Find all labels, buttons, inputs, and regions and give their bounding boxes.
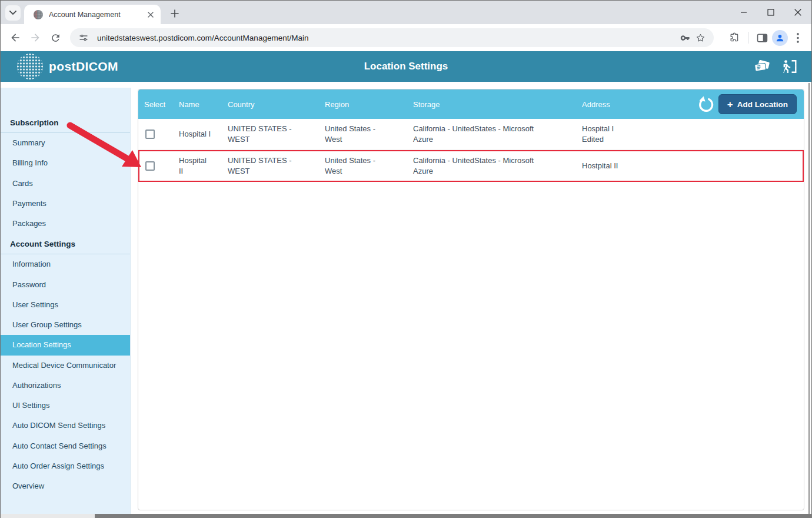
extensions-button[interactable] bbox=[724, 28, 744, 48]
refresh-button[interactable] bbox=[697, 96, 714, 113]
page-title: Location Settings bbox=[1, 61, 811, 72]
horizontal-scrollbar-thumb[interactable] bbox=[95, 514, 812, 518]
sidebar-item-auto-dicom-send-settings[interactable]: Auto DICOM Send Settings bbox=[1, 416, 130, 436]
horizontal-scrollbar[interactable] bbox=[1, 514, 812, 518]
exit-run-icon bbox=[781, 59, 797, 74]
cell-country: UNITED STATES - WEST bbox=[228, 119, 325, 149]
plus-icon bbox=[171, 9, 179, 18]
cell-name: Hospital II bbox=[179, 151, 228, 181]
column-header-country: Country bbox=[228, 100, 325, 109]
maximize-button[interactable] bbox=[757, 1, 784, 24]
password-key-icon[interactable] bbox=[677, 30, 693, 45]
sidebar-item-summary[interactable]: Summary bbox=[1, 133, 130, 153]
new-tab-button[interactable] bbox=[167, 6, 182, 21]
reload-icon bbox=[50, 32, 61, 44]
column-header-name: Name bbox=[179, 100, 228, 109]
sidebar-item-password[interactable]: Password bbox=[1, 275, 130, 295]
bookmark-star-icon[interactable] bbox=[693, 30, 708, 45]
sidebar-section-subscription: Subscription bbox=[1, 112, 130, 133]
table-header-row: Select Name Country Region Storage Addre… bbox=[138, 89, 804, 119]
tab-search-button[interactable] bbox=[5, 5, 21, 21]
puzzle-icon bbox=[729, 32, 740, 43]
forward-button[interactable] bbox=[25, 28, 45, 48]
app-header: Location Settings postDICOM bbox=[1, 51, 811, 82]
forward-arrow-icon bbox=[29, 32, 41, 44]
sidebar-item-information[interactable]: Information bbox=[1, 254, 130, 274]
cell-storage: California - UnitedStates - Microsoft Az… bbox=[413, 151, 582, 181]
vertical-scrollbar[interactable] bbox=[808, 83, 810, 514]
add-location-label: Add Location bbox=[737, 100, 788, 109]
table-row-hospital-2[interactable]: Hospital II UNITED STATES - WEST United … bbox=[138, 150, 804, 182]
close-window-button[interactable] bbox=[784, 1, 811, 24]
cell-storage: California - UnitedStates - Microsoft Az… bbox=[413, 119, 582, 149]
sidebar-item-payments[interactable]: Payments bbox=[1, 194, 130, 214]
side-panel-icon bbox=[757, 33, 768, 43]
sidebar-item-auto-order-assign-settings[interactable]: Auto Order Assign Settings bbox=[1, 456, 130, 476]
tab-title: Account Management bbox=[49, 11, 145, 19]
toolbar-divider bbox=[748, 32, 748, 44]
sidebar-item-billing-info[interactable]: Billing Info bbox=[1, 153, 130, 173]
browser-menu-button[interactable] bbox=[788, 28, 808, 48]
sidebar-item-packages[interactable]: Packages bbox=[1, 214, 130, 234]
location-table-panel: Select Name Country Region Storage Addre… bbox=[138, 89, 804, 510]
toolbar-right-icons bbox=[720, 28, 808, 48]
row-checkbox[interactable] bbox=[145, 161, 155, 171]
sidebar-section-account-settings: Account Settings bbox=[1, 234, 130, 254]
tab-account-management[interactable]: Account Management bbox=[24, 5, 161, 24]
row-checkbox[interactable] bbox=[145, 130, 155, 139]
tab-strip: Account Management bbox=[1, 1, 811, 24]
cell-name: Hospital I bbox=[179, 124, 228, 144]
cell-region: United States - West bbox=[325, 151, 413, 181]
plus-icon: + bbox=[727, 99, 733, 109]
back-arrow-icon bbox=[9, 32, 21, 44]
logout-button[interactable] bbox=[780, 58, 798, 75]
sidebar-item-cards[interactable]: Cards bbox=[1, 174, 130, 194]
credits-button[interactable] bbox=[753, 58, 771, 75]
postdicom-logo-icon bbox=[17, 54, 43, 79]
browser-toolbar: unitedstateswest.postdicom.com/AccountMa… bbox=[1, 24, 811, 51]
kebab-menu-icon bbox=[797, 33, 799, 43]
url-input[interactable]: unitedstateswest.postdicom.com/AccountMa… bbox=[97, 34, 677, 42]
column-header-storage: Storage bbox=[413, 100, 582, 109]
cell-address: Hospital I Edited bbox=[582, 119, 804, 149]
banknotes-icon bbox=[753, 59, 771, 74]
cell-country: UNITED STATES - WEST bbox=[228, 151, 325, 181]
cell-address: Hostpital II bbox=[582, 156, 804, 176]
cell-region: United States - West bbox=[325, 119, 413, 149]
sidebar-nav: Subscription Summary Billing Info Cards … bbox=[1, 88, 131, 514]
url-bar[interactable]: unitedstateswest.postdicom.com/AccountMa… bbox=[70, 28, 714, 47]
sidebar-item-user-settings[interactable]: User Settings bbox=[1, 295, 130, 315]
person-icon bbox=[775, 33, 785, 43]
reload-button[interactable] bbox=[45, 28, 65, 48]
tab-close-icon[interactable] bbox=[145, 9, 156, 20]
sidebar-item-overview[interactable]: Overview bbox=[1, 476, 130, 496]
side-panel-button[interactable] bbox=[752, 28, 772, 48]
sidebar-item-authorizations[interactable]: Authorizations bbox=[1, 376, 130, 396]
brand-name: postDICOM bbox=[49, 59, 118, 74]
sidebar-item-user-group-settings[interactable]: User Group Settings bbox=[1, 315, 130, 335]
window-controls bbox=[730, 1, 811, 24]
chevron-down-icon bbox=[9, 11, 16, 15]
add-location-button[interactable]: + Add Location bbox=[718, 94, 797, 114]
sidebar-item-medical-device-communicator[interactable]: Medical Device Communicator bbox=[1, 356, 130, 376]
profile-avatar[interactable] bbox=[772, 30, 788, 46]
sidebar-item-auto-contact-send-settings[interactable]: Auto Contact Send Settings bbox=[1, 436, 130, 456]
back-button[interactable] bbox=[5, 28, 25, 48]
site-favicon bbox=[34, 10, 43, 19]
column-header-select: Select bbox=[138, 100, 179, 109]
browser-window: Account Management bbox=[0, 0, 812, 518]
minimize-button[interactable] bbox=[730, 1, 757, 24]
refresh-icon bbox=[697, 96, 714, 113]
sidebar-item-location-settings[interactable]: Location Settings bbox=[1, 335, 130, 355]
table-row-hospital-1[interactable]: Hospital I UNITED STATES - WEST United S… bbox=[138, 119, 804, 150]
brand-logo[interactable]: postDICOM bbox=[17, 54, 118, 79]
site-settings-icon[interactable] bbox=[76, 30, 91, 45]
sidebar-item-ui-settings[interactable]: UI Settings bbox=[1, 396, 130, 416]
column-header-region: Region bbox=[325, 100, 413, 109]
